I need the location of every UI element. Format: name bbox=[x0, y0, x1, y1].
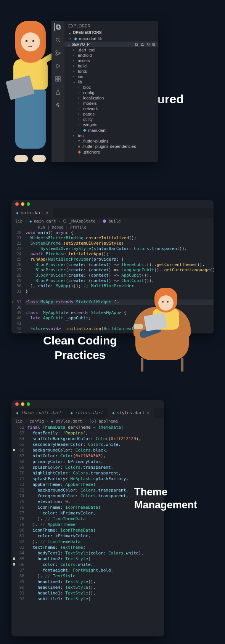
flutter-icon[interactable] bbox=[54, 101, 62, 109]
testing-icon[interactable] bbox=[54, 88, 62, 96]
close-tab-icon[interactable]: × bbox=[147, 410, 150, 415]
code-line[interactable]: headline4: TextStyle(), bbox=[27, 585, 164, 590]
code-line[interactable]: headline1: TextStyle(), bbox=[27, 590, 164, 596]
breadcrumb-item[interactable]: lib bbox=[15, 419, 22, 423]
folder-item[interactable]: ›.dart_tool bbox=[64, 47, 158, 53]
source-control-icon[interactable] bbox=[54, 49, 62, 57]
open-editor-item[interactable]: × ◆ main.dart lib bbox=[64, 35, 158, 42]
maximize-window-icon[interactable] bbox=[27, 202, 30, 206]
code-line[interactable]: ), // TextStyle bbox=[27, 573, 164, 579]
folder-item[interactable]: ›fonts bbox=[64, 69, 158, 74]
folder-item[interactable]: ›build bbox=[64, 63, 158, 69]
file-icon: ≡ bbox=[78, 144, 80, 149]
breadcrumb[interactable]: lib› ◆ main.dart› ⬡ _MyAppState› ⬢ build bbox=[11, 218, 214, 224]
folder-item[interactable]: ›pages bbox=[64, 111, 158, 117]
file-item[interactable]: ◆main.dart bbox=[64, 127, 158, 133]
code-line[interactable]: BlocProvider(create: (context) => AppCub… bbox=[26, 273, 214, 278]
folder-item[interactable]: ›ios bbox=[64, 74, 158, 79]
tree-item-label: assets bbox=[78, 58, 90, 63]
code-line[interactable]: hintColor: Color(0xffA3A3A3), bbox=[27, 453, 164, 459]
more-icon[interactable]: ⋯ bbox=[151, 24, 155, 28]
folder-item[interactable]: ›android bbox=[64, 53, 158, 58]
folder-item[interactable]: ›network bbox=[64, 106, 158, 111]
code-line[interactable]: await Firebase.initializeApp(); bbox=[26, 252, 214, 257]
folder-item[interactable]: ›utility bbox=[64, 117, 158, 122]
code-line[interactable]: color: Colors.white, bbox=[27, 562, 164, 567]
file-item[interactable]: ≡.flutter-plugins bbox=[64, 138, 158, 144]
code-line[interactable]: backgroundColor: Colors.black, bbox=[27, 447, 164, 453]
code-area[interactable]: 6263646566676869707172737475767778798081… bbox=[11, 425, 164, 602]
code-line[interactable]: BlocProvider(create: (context) => Langua… bbox=[26, 268, 214, 273]
code-line[interactable]: headline2: TextStyle( bbox=[27, 556, 164, 562]
code-lens-run[interactable]: Run | Debug | Profile bbox=[11, 224, 214, 230]
code-line[interactable]: runApp(MultiBlocProvider(providers: [ bbox=[26, 257, 214, 262]
breadcrumb-item[interactable]: appTheme bbox=[99, 419, 118, 423]
code-line[interactable]: splashFactory: NoSplash.splashFactory, bbox=[27, 476, 164, 482]
tab-styles-dart[interactable]: ◆styles.dart× bbox=[108, 408, 154, 418]
minimize-window-icon[interactable] bbox=[21, 202, 24, 206]
code-line[interactable]: highlightColor: Colors.transparent, bbox=[27, 470, 164, 476]
file-item[interactable]: ≡.flutter-plugins-dependencies bbox=[64, 144, 158, 149]
breadcrumb-item[interactable]: styles.dart bbox=[56, 419, 82, 423]
chevron-right-icon: › bbox=[73, 53, 76, 57]
extensions-icon[interactable] bbox=[54, 75, 62, 83]
breadcrumb-item[interactable]: config bbox=[29, 419, 44, 423]
search-icon[interactable] bbox=[54, 36, 62, 44]
code-line[interactable]: scaffoldBackgroundColor: Color(0xff21212… bbox=[27, 436, 164, 442]
code-line[interactable]: final ThemeData darkTheme = ThemeData( bbox=[27, 425, 164, 430]
tab-colors-dart[interactable]: ◆colors.dart bbox=[66, 408, 108, 418]
code-line[interactable]: void main() async { bbox=[26, 230, 214, 235]
new-folder-icon[interactable]: 🗀 bbox=[141, 42, 145, 46]
folder-item[interactable]: ›models bbox=[64, 101, 158, 106]
code-line[interactable]: splashColor: Colors.transparent, bbox=[27, 465, 164, 470]
file-item[interactable]: ◆.gitignore bbox=[64, 149, 158, 155]
breadcrumb[interactable]: lib› config› ◆ styles.dart› [◇] appTheme bbox=[11, 418, 164, 425]
code-line[interactable]: iconTheme: IconThemeData( bbox=[27, 527, 164, 533]
debug-icon[interactable] bbox=[54, 62, 62, 70]
refresh-icon[interactable]: ↻ bbox=[147, 42, 150, 46]
tab-theme_cubit-dart[interactable]: ◆theme_cubit.dart bbox=[11, 408, 66, 418]
folder-item[interactable]: ›test bbox=[64, 133, 158, 138]
close-window-icon[interactable] bbox=[15, 402, 19, 406]
folder-item[interactable]: ›bloc bbox=[64, 85, 158, 90]
minimize-window-icon[interactable] bbox=[21, 402, 24, 406]
breadcrumb-item[interactable]: _MyAppState bbox=[69, 219, 96, 223]
code-lines[interactable]: final ThemeData darkTheme = ThemeData( f… bbox=[27, 425, 164, 602]
code-line[interactable]: SystemChrome.setSystemUIOverlayStyle( bbox=[26, 241, 214, 246]
code-line[interactable]: BlocProvider(create: (context) => ThemeC… bbox=[26, 262, 214, 268]
project-section[interactable]: ⌄ SERVO_P 🗋 🗀 ↻ ⊟ bbox=[64, 42, 158, 47]
tree-item-label: bloc bbox=[83, 85, 91, 90]
code-line[interactable]: ), // AppBarTheme bbox=[27, 522, 164, 527]
code-line[interactable]: textTheme: TextTheme( bbox=[27, 545, 164, 550]
code-line[interactable]: fontWeight: FontWeight.bold, bbox=[27, 567, 164, 573]
folder-item[interactable]: ›config bbox=[64, 90, 158, 95]
code-line[interactable]: SystemUiOverlayStyle(statusBarColor: Col… bbox=[26, 246, 214, 252]
close-icon[interactable]: × bbox=[68, 36, 72, 41]
folder-item[interactable]: ›assets bbox=[64, 58, 158, 63]
code-line[interactable]: ), // IconThemeData bbox=[27, 516, 164, 522]
tab-main-dart[interactable]: ◆ main.dart × bbox=[11, 208, 53, 218]
breadcrumb-item[interactable]: build bbox=[109, 219, 121, 223]
code-line[interactable]: headline3: TextStyle(), bbox=[27, 579, 164, 585]
code-line[interactable]: secondaryHeaderColor: Colors.white, bbox=[27, 442, 164, 447]
breadcrumb-item[interactable]: main.dart bbox=[34, 219, 56, 223]
code-line[interactable]: color: kPrimaryColor, bbox=[27, 533, 164, 539]
folder-item[interactable]: ⌄lib bbox=[64, 79, 158, 85]
code-line[interactable]: bodyText1: TextStyle(color: Colors.white… bbox=[27, 550, 164, 556]
code-line[interactable]: subtitle1: TextStyle( bbox=[27, 596, 164, 602]
maximize-window-icon[interactable] bbox=[27, 402, 30, 406]
new-file-icon[interactable]: 🗋 bbox=[135, 42, 138, 46]
code-line[interactable]: ), // IconThemeData bbox=[27, 539, 164, 545]
code-line[interactable]: BlocProvider(create: (context) => ChatCu… bbox=[26, 278, 214, 284]
collapse-icon[interactable]: ⊟ bbox=[152, 42, 155, 46]
folder-item[interactable]: ›widgets bbox=[64, 122, 158, 127]
code-line[interactable]: fontFamily: 'Poppins', bbox=[27, 430, 164, 436]
code-line[interactable]: WidgetsFlutterBinding.ensureInitialized(… bbox=[26, 235, 214, 241]
close-window-icon[interactable] bbox=[15, 202, 19, 206]
open-editors-section[interactable]: ⌄ OPEN EDITORS bbox=[64, 30, 158, 35]
close-tab-icon[interactable]: × bbox=[46, 210, 48, 215]
code-line[interactable]: primaryColor: kPrimaryColor, bbox=[27, 459, 164, 465]
folder-item[interactable]: ›localization bbox=[64, 95, 158, 101]
files-icon[interactable] bbox=[54, 23, 61, 31]
breadcrumb-item[interactable]: lib bbox=[15, 219, 22, 223]
